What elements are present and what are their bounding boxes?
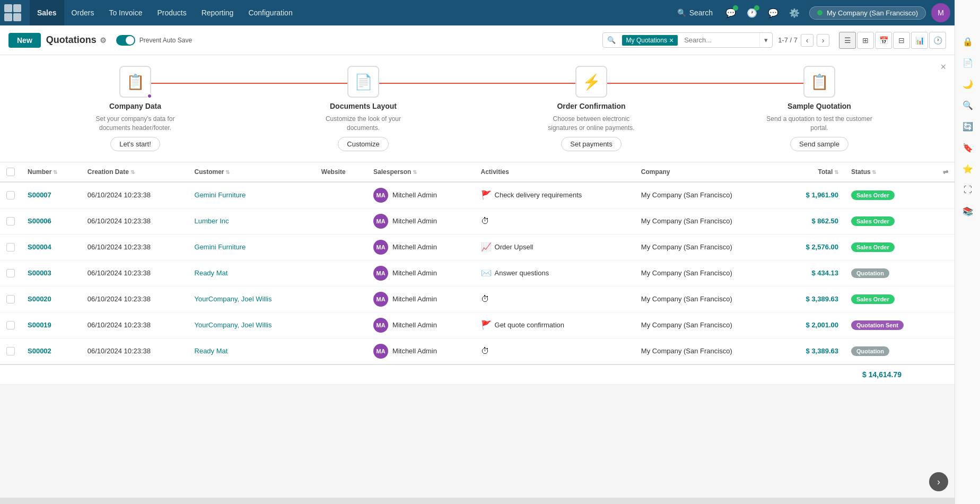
nav-item-configuration[interactable]: Configuration bbox=[241, 0, 300, 25]
prevent-autosave-toggle[interactable] bbox=[116, 35, 135, 46]
global-search[interactable]: 🔍 Search bbox=[671, 8, 719, 17]
pivot-view-btn[interactable]: ⊟ bbox=[893, 32, 910, 49]
row-customer[interactable]: YourCompany, Joel Willis bbox=[188, 312, 315, 338]
select-all-checkbox[interactable] bbox=[6, 168, 15, 176]
row-status: Sales Order bbox=[845, 286, 937, 312]
salesperson-avatar: MA bbox=[373, 266, 388, 281]
col-website: Website bbox=[315, 162, 367, 182]
sidebar-star-btn[interactable]: ⭐ bbox=[958, 159, 977, 178]
nav-item-to-invoice[interactable]: To Invoice bbox=[101, 0, 150, 25]
sidebar-document-btn[interactable]: 📄 bbox=[958, 53, 977, 72]
calendar-view-btn[interactable]: 📅 bbox=[875, 32, 892, 49]
col-number[interactable]: Number bbox=[21, 162, 81, 182]
kanban-view-btn[interactable]: ⊞ bbox=[857, 32, 874, 49]
search-dropdown-icon[interactable]: ▾ bbox=[759, 33, 772, 47]
sample-quotation-desc: Send a quotation to test the customer po… bbox=[766, 115, 872, 133]
row-total: $ 434.13 bbox=[781, 260, 845, 286]
row-activity[interactable]: ⏱ bbox=[475, 208, 635, 234]
row-activity[interactable]: ⏱ bbox=[475, 338, 635, 364]
salesperson-avatar: MA bbox=[373, 344, 388, 359]
row-checkbox[interactable] bbox=[6, 269, 15, 277]
send-sample-button[interactable]: Send sample bbox=[790, 137, 848, 151]
salesperson-name: Mitchell Admin bbox=[392, 295, 437, 303]
customize-button[interactable]: Customize bbox=[338, 137, 388, 151]
activity-icon: 📈 bbox=[481, 242, 492, 252]
order-number-link[interactable]: S00003 bbox=[28, 269, 51, 277]
my-quotations-filter[interactable]: My Quotations × bbox=[622, 35, 678, 46]
column-adjust-icon[interactable]: ⇌ bbox=[943, 168, 948, 176]
order-number-link[interactable]: S00020 bbox=[28, 295, 51, 303]
row-checkbox[interactable] bbox=[6, 217, 15, 225]
row-customer[interactable]: Gemini Furniture bbox=[188, 182, 315, 208]
graph-view-btn[interactable]: 📊 bbox=[911, 32, 928, 49]
company-data-icon: 📋 bbox=[119, 66, 151, 98]
user-avatar[interactable]: M bbox=[931, 3, 950, 22]
app-logo[interactable] bbox=[4, 4, 21, 21]
filter-remove-icon[interactable]: × bbox=[669, 37, 673, 44]
settings-icon[interactable]: ⚙️ bbox=[785, 3, 804, 22]
col-status[interactable]: Status bbox=[845, 162, 937, 182]
sidebar-moon-btn[interactable]: 🌙 bbox=[958, 74, 977, 93]
nav-item-orders[interactable]: Orders bbox=[64, 0, 102, 25]
company-data-title: Company Data bbox=[109, 102, 161, 110]
order-number-link[interactable]: S00006 bbox=[28, 217, 51, 225]
row-activity[interactable]: 📈 Order Upsell bbox=[475, 234, 635, 260]
row-checkbox[interactable] bbox=[6, 243, 15, 251]
row-salesperson: MA Mitchell Admin bbox=[367, 234, 474, 260]
row-checkbox[interactable] bbox=[6, 191, 15, 199]
col-salesperson[interactable]: Salesperson bbox=[367, 162, 474, 182]
company-data-desc: Set your company's data for documents he… bbox=[82, 115, 188, 133]
new-button[interactable]: New bbox=[8, 33, 41, 48]
row-total: $ 1,961.90 bbox=[781, 182, 845, 208]
row-customer[interactable]: Ready Mat bbox=[188, 260, 315, 286]
order-number-link[interactable]: S00004 bbox=[28, 243, 51, 251]
row-activity[interactable]: 🚩 Get quote confirmation bbox=[475, 312, 635, 338]
order-number-link[interactable]: S00002 bbox=[28, 347, 51, 355]
company-switcher[interactable]: My Company (San Francisco) bbox=[809, 6, 926, 20]
nav-item-sales[interactable]: Sales bbox=[30, 0, 64, 25]
close-banner-button[interactable]: × bbox=[940, 62, 946, 73]
row-activity[interactable]: 🚩 Check delivery requirements bbox=[475, 182, 635, 208]
row-checkbox[interactable] bbox=[6, 295, 15, 303]
table-row: S00002 06/10/2024 10:23:38 Ready Mat MA … bbox=[0, 338, 955, 364]
row-website bbox=[315, 260, 367, 286]
row-date: 06/10/2024 10:23:38 bbox=[81, 182, 188, 208]
activity-view-btn[interactable]: 🕐 bbox=[929, 32, 946, 49]
pagination-next[interactable]: › bbox=[817, 34, 829, 47]
row-checkbox[interactable] bbox=[6, 321, 15, 329]
list-view-btn[interactable]: ☰ bbox=[839, 32, 856, 49]
nav-item-products[interactable]: Products bbox=[150, 0, 194, 25]
settings-gear-icon[interactable]: ⚙ bbox=[100, 36, 107, 45]
search-input[interactable] bbox=[680, 33, 759, 47]
row-total: $ 2,576.00 bbox=[781, 234, 845, 260]
discuss-icon[interactable]: 💬 bbox=[764, 3, 783, 22]
pagination-prev[interactable]: ‹ bbox=[801, 34, 813, 47]
sidebar-expand-btn[interactable]: ⛶ bbox=[958, 180, 977, 199]
salesperson-name: Mitchell Admin bbox=[392, 191, 437, 199]
sidebar-bookmark-btn[interactable]: 🔖 bbox=[958, 138, 977, 157]
order-number-link[interactable]: S00019 bbox=[28, 321, 51, 329]
row-checkbox[interactable] bbox=[6, 347, 15, 355]
messaging-icon[interactable]: 💬 bbox=[721, 3, 740, 22]
sidebar-refresh-btn[interactable]: 🔄 bbox=[958, 117, 977, 136]
row-customer[interactable]: Lumber Inc bbox=[188, 208, 315, 234]
sidebar-lock-btn[interactable]: 🔒 bbox=[958, 32, 977, 51]
clock-icon[interactable]: 🕐 bbox=[742, 3, 762, 22]
row-activity[interactable]: ✉️ Answer questions bbox=[475, 260, 635, 286]
row-customer[interactable]: Gemini Furniture bbox=[188, 234, 315, 260]
set-payments-button[interactable]: Set payments bbox=[561, 137, 622, 151]
col-customer[interactable]: Customer bbox=[188, 162, 315, 182]
col-total[interactable]: Total bbox=[781, 162, 845, 182]
activity-icon: ⏱ bbox=[481, 294, 489, 304]
row-customer[interactable]: Ready Mat bbox=[188, 338, 315, 364]
nav-item-reporting[interactable]: Reporting bbox=[194, 0, 241, 25]
row-activity[interactable]: ⏱ bbox=[475, 286, 635, 312]
prevent-autosave-label: Prevent Auto Save bbox=[139, 37, 192, 44]
sidebar-layers-btn[interactable]: 📚 bbox=[958, 202, 977, 221]
lets-start-button[interactable]: Let's start! bbox=[110, 137, 160, 151]
row-customer[interactable]: YourCompany, Joel Willis bbox=[188, 286, 315, 312]
status-badge: Sales Order bbox=[851, 242, 895, 252]
order-number-link[interactable]: S00007 bbox=[28, 191, 51, 199]
col-creation-date[interactable]: Creation Date bbox=[81, 162, 188, 182]
sidebar-zoom-btn[interactable]: 🔍 bbox=[958, 95, 977, 115]
